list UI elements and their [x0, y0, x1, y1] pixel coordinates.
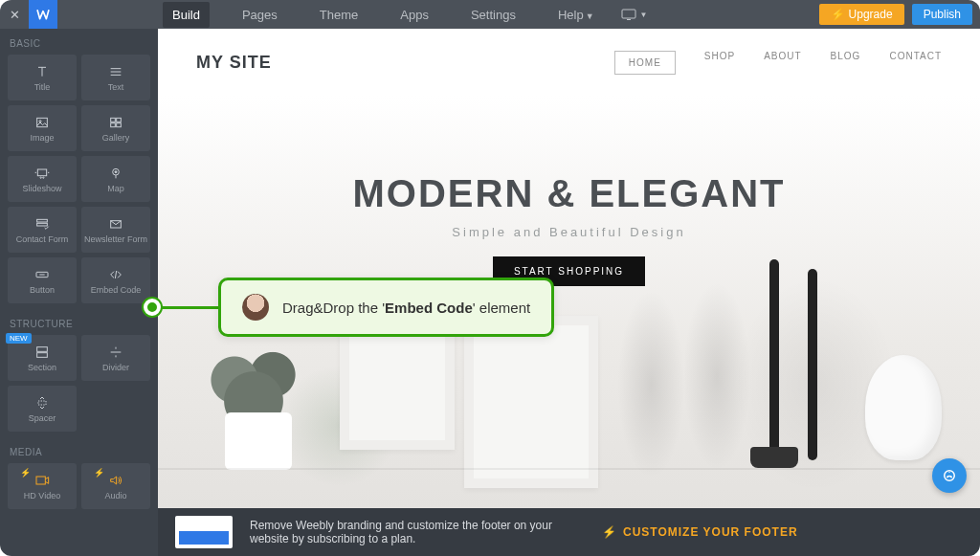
- nav-contact[interactable]: CONTACT: [889, 51, 942, 75]
- hero-subtitle[interactable]: Simple and Beautiful Design: [452, 225, 685, 239]
- element-slideshow[interactable]: Slideshow: [8, 156, 77, 202]
- element-image[interactable]: Image: [8, 105, 77, 151]
- device-switcher[interactable]: ▼: [615, 5, 654, 24]
- nav-shop[interactable]: SHOP: [704, 51, 735, 75]
- decor-candlestick: [808, 269, 817, 460]
- hero-title[interactable]: MODERN & ELEGANT: [353, 172, 786, 215]
- upgrade-button[interactable]: ⚡Upgrade: [819, 4, 904, 25]
- element-newsletter-form[interactable]: Newsletter Form: [81, 207, 150, 253]
- svg-rect-13: [37, 219, 48, 222]
- svg-rect-4: [111, 118, 116, 122]
- element-title[interactable]: Title: [8, 55, 77, 100]
- element-text[interactable]: Text: [81, 55, 150, 100]
- svg-rect-8: [37, 169, 46, 176]
- svg-rect-5: [117, 118, 122, 122]
- svg-rect-19: [38, 401, 46, 405]
- decor-candlestick: [769, 259, 779, 460]
- svg-point-9: [40, 177, 41, 178]
- bolt-icon: ⚡: [94, 468, 104, 478]
- tab-theme[interactable]: Theme: [310, 2, 368, 28]
- customize-footer-button[interactable]: ⚡CUSTOMIZE YOUR FOOTER: [602, 525, 798, 539]
- site-nav: HOME SHOP ABOUT BLOG CONTACT: [614, 51, 942, 75]
- svg-rect-14: [37, 223, 48, 226]
- tab-build[interactable]: Build: [163, 2, 210, 28]
- footer-message: Remove Weebly branding and customize the…: [250, 519, 566, 545]
- element-hd-video[interactable]: ⚡HD Video: [8, 463, 77, 509]
- topbar: ✕ Build Pages Theme Apps Settings Help▼ …: [0, 0, 980, 29]
- nav-home[interactable]: HOME: [614, 51, 676, 75]
- svg-point-10: [43, 177, 44, 178]
- new-badge: NEW: [6, 333, 32, 344]
- svg-rect-7: [117, 122, 122, 126]
- bolt-icon: ⚡: [602, 525, 617, 539]
- footer-promo: Remove Weebly branding and customize the…: [158, 508, 980, 556]
- decor-frame: [464, 316, 598, 488]
- elements-panel: BASIC Title Text Image Gallery Slideshow…: [0, 29, 158, 556]
- svg-rect-6: [111, 122, 116, 126]
- callout-text: Drag&Drop the 'Embed Code' element: [282, 300, 530, 316]
- element-button[interactable]: Button: [8, 257, 77, 303]
- nav-blog[interactable]: BLOG: [831, 51, 861, 75]
- element-contact-form[interactable]: Contact Form: [8, 207, 77, 253]
- svg-point-12: [115, 170, 117, 172]
- tab-settings[interactable]: Settings: [461, 2, 525, 28]
- element-gallery[interactable]: Gallery: [81, 105, 150, 151]
- element-spacer[interactable]: Spacer: [8, 386, 77, 432]
- svg-rect-17: [37, 346, 48, 351]
- footer-thumb: [175, 516, 233, 548]
- decor-vase: [865, 355, 942, 460]
- tab-pages[interactable]: Pages: [233, 2, 287, 28]
- svg-rect-2: [37, 118, 48, 126]
- avatar: [242, 294, 269, 321]
- callout-dot: [144, 299, 161, 316]
- element-embed-code[interactable]: Embed Code: [81, 257, 150, 303]
- element-divider[interactable]: Divider: [81, 335, 150, 381]
- element-map[interactable]: Map: [81, 156, 150, 202]
- section-media-title: MEDIA: [0, 437, 158, 463]
- section-basic-title: BASIC: [0, 29, 158, 55]
- callout-line: [161, 306, 218, 309]
- topbar-tabs: Build Pages Theme Apps Settings Help▼: [57, 2, 604, 28]
- nav-about[interactable]: ABOUT: [764, 51, 801, 75]
- site-title[interactable]: MY SITE: [196, 53, 272, 73]
- close-icon[interactable]: ✕: [0, 8, 29, 22]
- decor-holder: [750, 447, 798, 468]
- section-structure-title: STRUCTURE: [0, 309, 158, 335]
- svg-rect-0: [622, 10, 635, 18]
- tab-help[interactable]: Help▼: [548, 2, 604, 28]
- svg-rect-20: [36, 477, 45, 484]
- bolt-icon: ⚡: [20, 468, 31, 478]
- tutorial-callout: Drag&Drop the 'Embed Code' element: [144, 278, 554, 337]
- svg-rect-18: [37, 352, 48, 357]
- weebly-logo[interactable]: [29, 0, 57, 29]
- site-header: MY SITE HOME SHOP ABOUT BLOG CONTACT: [158, 29, 980, 96]
- help-bubble[interactable]: [932, 458, 967, 493]
- site-preview: MY SITE HOME SHOP ABOUT BLOG CONTACT: [158, 29, 980, 508]
- decor-shelf: [158, 468, 980, 470]
- decor-plant: [196, 317, 311, 470]
- svg-rect-1: [627, 19, 631, 20]
- element-audio[interactable]: ⚡Audio: [81, 463, 150, 509]
- tab-apps[interactable]: Apps: [390, 2, 438, 28]
- publish-button[interactable]: Publish: [912, 4, 972, 25]
